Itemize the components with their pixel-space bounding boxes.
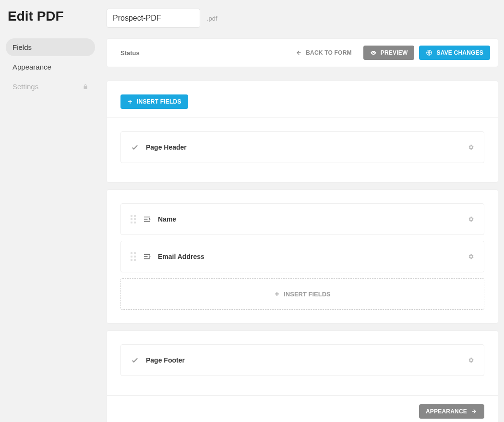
- insert-fields-button[interactable]: INSERT FIELDS: [120, 94, 188, 109]
- field-label: Page Footer: [146, 356, 185, 364]
- sidebar-item-fields[interactable]: Fields: [6, 38, 95, 56]
- plus-icon: [274, 291, 280, 297]
- field-label: Email Address: [158, 253, 204, 260]
- footer-section: Page Footer APPEARANCE: [107, 330, 498, 422]
- drag-handle-icon[interactable]: [131, 252, 136, 261]
- sidebar-item-appearance[interactable]: Appearance: [6, 58, 95, 76]
- lock-icon: [83, 84, 88, 90]
- check-icon: [131, 143, 139, 152]
- insert-fields-dropzone[interactable]: INSERT FIELDS: [120, 278, 484, 310]
- field-row[interactable]: Email Address: [120, 241, 484, 272]
- status-label: Status: [120, 49, 288, 57]
- main-content: .pdf Status BACK TO FORM PREVIEW SAVE: [101, 0, 504, 422]
- button-label: INSERT FIELDS: [137, 98, 181, 105]
- globe-icon: [426, 49, 432, 56]
- sidebar-item-settings: Settings: [6, 78, 95, 95]
- sidebar-item-label: Appearance: [12, 63, 51, 71]
- fields-section: Name Email Address: [107, 189, 498, 324]
- page-footer-block[interactable]: Page Footer: [120, 344, 484, 376]
- button-label: APPEARANCE: [426, 408, 467, 415]
- gear-icon[interactable]: [468, 216, 474, 223]
- filename-input[interactable]: [107, 9, 200, 28]
- toolbar: Status BACK TO FORM PREVIEW SAVE CHANGES: [107, 38, 498, 67]
- preview-button[interactable]: PREVIEW: [363, 46, 415, 60]
- eye-icon: [370, 49, 377, 56]
- gear-icon[interactable]: [468, 357, 474, 363]
- file-extension: .pdf: [207, 15, 217, 22]
- dropzone-label: INSERT FIELDS: [284, 291, 331, 298]
- plus-icon: [127, 99, 133, 105]
- insert-fields-section: INSERT FIELDS Page Header: [107, 81, 498, 183]
- text-field-icon: [143, 215, 151, 223]
- sidebar-item-label: Fields: [12, 43, 32, 51]
- gear-icon[interactable]: [468, 253, 474, 260]
- sidebar: Edit PDF Fields Appearance Settings: [0, 0, 101, 422]
- arrow-right-icon: [471, 408, 478, 415]
- button-label: SAVE CHANGES: [436, 49, 483, 56]
- sidebar-nav: Fields Appearance Settings: [6, 38, 95, 95]
- text-field-icon: [143, 252, 151, 261]
- arrow-left-icon: [295, 49, 302, 56]
- save-button[interactable]: SAVE CHANGES: [419, 46, 490, 60]
- button-label: PREVIEW: [381, 49, 408, 56]
- drag-handle-icon[interactable]: [131, 215, 136, 223]
- sidebar-item-label: Settings: [12, 82, 38, 91]
- appearance-next-button[interactable]: APPEARANCE: [419, 404, 484, 419]
- field-label: Page Header: [146, 143, 187, 151]
- back-to-form-button[interactable]: BACK TO FORM: [288, 46, 359, 60]
- field-label: Name: [158, 215, 176, 223]
- field-row[interactable]: Name: [120, 203, 484, 235]
- button-label: BACK TO FORM: [306, 49, 352, 56]
- page-title: Edit PDF: [8, 9, 95, 24]
- gear-icon[interactable]: [468, 144, 474, 151]
- filename-row: .pdf: [107, 9, 498, 28]
- check-icon: [131, 356, 139, 364]
- page-header-block[interactable]: Page Header: [120, 131, 484, 163]
